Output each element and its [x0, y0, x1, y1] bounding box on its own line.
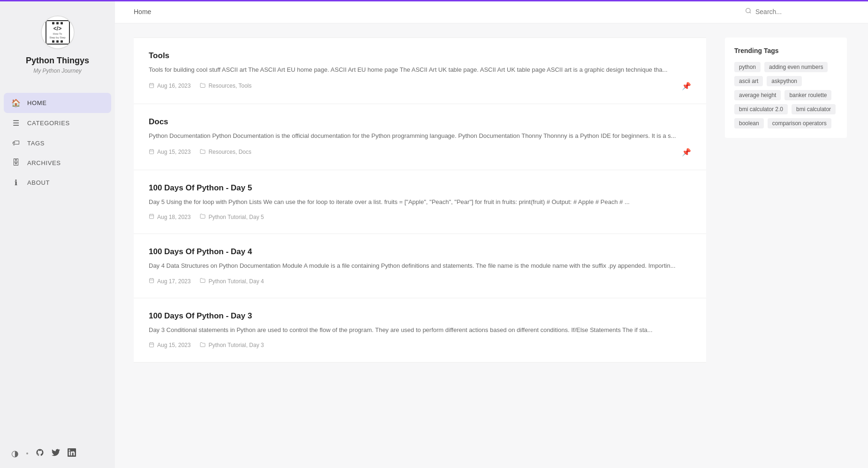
tag-badge[interactable]: ascii art: [734, 76, 763, 86]
post-card-100-days-day5[interactable]: 100 Days Of Python - Day 5 Day 5 Using t…: [134, 170, 706, 234]
tag-badge[interactable]: banker roulette: [784, 90, 831, 100]
post-meta-wrapper: Aug 18, 2023 Python Tutorial, Day 5: [149, 213, 691, 220]
folder-icon: [200, 149, 206, 156]
posts-list: Tools Tools for building cool stuff ASCI…: [134, 38, 706, 454]
post-meta: Aug 17, 2023 Python Tutorial, Day 4: [149, 278, 264, 285]
svg-rect-1: [150, 83, 154, 88]
post-meta-wrapper: Aug 17, 2023 Python Tutorial, Day 4: [149, 278, 691, 285]
post-meta: Aug 18, 2023 Python Tutorial, Day 5: [149, 213, 264, 220]
sidebar-item-categories[interactable]: ☰ CATEGORIES: [0, 113, 115, 133]
categories-icon: ☰: [11, 119, 21, 128]
trending-tags-section: Trending Tags pythonadding even numbersa…: [725, 38, 847, 138]
sidebar-item-archives-label: ARCHIVES: [27, 159, 61, 166]
nav-links: Home: [134, 8, 151, 15]
post-card-100-days-day4[interactable]: 100 Days Of Python - Day 4 Day 4 Data St…: [134, 234, 706, 298]
tags-icon: 🏷: [11, 139, 21, 147]
post-title: Docs: [149, 117, 691, 127]
post-meta: Aug 16, 2023 Resources, Tools: [149, 83, 251, 90]
post-categories-text: Python Tutorial, Day 3: [208, 342, 264, 348]
footer-separator: [26, 453, 28, 454]
tag-badge[interactable]: average height: [734, 90, 781, 100]
calendar-icon: [149, 342, 154, 349]
tag-badge[interactable]: python: [734, 62, 761, 72]
tag-badge[interactable]: boolean: [734, 118, 764, 128]
post-meta: Aug 15, 2023 Python Tutorial, Day 3: [149, 342, 264, 349]
post-meta-wrapper: Aug 16, 2023 Resources, Tools 📌: [149, 82, 691, 91]
calendar-icon: [149, 213, 154, 220]
tag-badge[interactable]: bmi calculator 2.0: [734, 104, 788, 114]
svg-rect-9: [150, 214, 154, 219]
svg-rect-13: [150, 279, 154, 283]
post-title: 100 Days Of Python - Day 4: [149, 247, 691, 257]
tag-badge[interactable]: comparison operators: [768, 118, 831, 128]
trending-tags-title: Trending Tags: [734, 47, 838, 54]
post-card-100-days-day3[interactable]: 100 Days Of Python - Day 3 Day 3 Conditi…: [134, 298, 706, 362]
pin-icon: 📌: [682, 82, 691, 91]
post-date-text: Aug 18, 2023: [157, 214, 190, 220]
post-date-text: Aug 15, 2023: [157, 342, 190, 348]
sidebar-item-tags[interactable]: 🏷 TAGS: [0, 133, 115, 153]
post-excerpt: Tools for building cool stuff ASCII art …: [149, 65, 691, 75]
post-date: Aug 16, 2023: [149, 83, 190, 90]
sidebar-item-home[interactable]: 🏠 HOME: [4, 93, 111, 113]
post-title: Tools: [149, 51, 691, 60]
content-area: Tools Tools for building cool stuff ASCI…: [115, 23, 866, 468]
logo-inner: </> How To Step by Step: [46, 20, 70, 45]
post-date: Aug 15, 2023: [149, 149, 190, 156]
post-categories: Resources, Docs: [200, 149, 251, 156]
post-excerpt: Day 3 Conditional statements in Python a…: [149, 325, 691, 335]
post-excerpt: Python Documentation Python Documentatio…: [149, 131, 691, 141]
post-meta-wrapper: Aug 15, 2023 Resources, Docs 📌: [149, 148, 691, 157]
main-content: Home Tools Tools for building cool stuff…: [115, 0, 868, 468]
logo-code-text: </>: [53, 26, 61, 31]
tag-badge[interactable]: askpython: [767, 76, 802, 86]
post-meta-wrapper: Aug 15, 2023 Python Tutorial, Day 3: [149, 342, 691, 349]
svg-point-0: [746, 8, 750, 13]
post-title: 100 Days Of Python - Day 5: [149, 183, 691, 193]
svg-rect-5: [150, 150, 154, 154]
sidebar-item-tags-label: TAGS: [27, 140, 45, 147]
post-categories-text: Resources, Tools: [208, 83, 251, 89]
linkedin-icon[interactable]: [68, 448, 76, 459]
sidebar-nav: 🏠 HOME ☰ CATEGORIES 🏷 TAGS 🗄 ARCHIVES ℹ …: [0, 93, 115, 439]
post-categories: Python Tutorial, Day 3: [200, 342, 264, 349]
folder-icon: [200, 213, 206, 220]
post-date-text: Aug 16, 2023: [157, 83, 190, 89]
calendar-icon: [149, 83, 154, 90]
post-date: Aug 17, 2023: [149, 278, 190, 285]
folder-icon: [200, 83, 206, 90]
post-categories-text: Resources, Docs: [208, 149, 251, 155]
logo-sublabel-text: Step by Step: [49, 36, 65, 39]
site-title: Python Thingys: [26, 56, 89, 66]
sidebar-item-about[interactable]: ℹ ABOUT: [0, 173, 115, 193]
post-excerpt: Day 4 Data Structures on Python Document…: [149, 261, 691, 271]
folder-icon: [200, 278, 206, 285]
post-card-docs[interactable]: Docs Python Documentation Python Documen…: [134, 104, 706, 170]
search-input[interactable]: [755, 8, 849, 15]
github-icon[interactable]: [36, 448, 44, 459]
theme-toggle-icon[interactable]: ◑: [11, 448, 19, 459]
calendar-icon: [149, 149, 154, 156]
post-date: Aug 15, 2023: [149, 342, 190, 349]
archives-icon: 🗄: [11, 159, 21, 167]
tag-badge[interactable]: bmi calculator: [792, 104, 836, 114]
post-title: 100 Days Of Python - Day 3: [149, 311, 691, 321]
logo-area: </> How To Step by Step Python Thingys M…: [0, 1, 115, 83]
post-card-tools[interactable]: Tools Tools for building cool stuff ASCI…: [134, 38, 706, 104]
site-logo[interactable]: </> How To Step by Step: [41, 15, 75, 49]
right-sidebar: Trending Tags pythonadding even numbersa…: [725, 38, 847, 454]
sidebar-item-categories-label: CATEGORIES: [27, 120, 70, 127]
sidebar-item-archives[interactable]: 🗄 ARCHIVES: [0, 153, 115, 173]
sidebar-item-home-label: HOME: [27, 99, 47, 106]
tags-grid: pythonadding even numbersascii artaskpyt…: [734, 62, 838, 128]
home-icon: 🏠: [11, 98, 21, 107]
tag-badge[interactable]: adding even numbers: [764, 62, 828, 72]
post-date: Aug 18, 2023: [149, 213, 190, 220]
calendar-icon: [149, 278, 154, 285]
site-subtitle: My Python Journey: [33, 68, 82, 74]
about-icon: ℹ: [11, 178, 21, 187]
twitter-icon[interactable]: [52, 448, 60, 459]
post-categories-text: Python Tutorial, Day 4: [208, 278, 264, 285]
post-categories: Python Tutorial, Day 5: [200, 213, 264, 220]
nav-link-home[interactable]: Home: [134, 8, 151, 15]
